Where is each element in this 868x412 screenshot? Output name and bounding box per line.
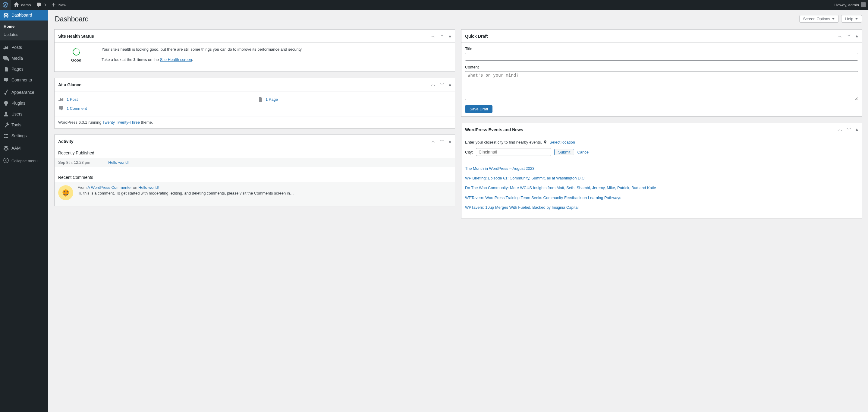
news-item-link[interactable]: Do The Woo Community: More WCUS Insights… bbox=[465, 185, 858, 190]
plugin-icon bbox=[3, 100, 9, 106]
svg-point-0 bbox=[4, 158, 8, 163]
toggle-icon[interactable]: ▴ bbox=[856, 126, 858, 133]
my-account-menu[interactable]: Howdy, admin bbox=[832, 0, 868, 10]
events-news-widget: WordPress Events and News ︿ ﹀ ▴ Enter yo… bbox=[461, 123, 862, 218]
widget-title: WordPress Events and News bbox=[465, 127, 523, 132]
sidebar-item-media[interactable]: Media bbox=[0, 53, 48, 64]
news-item-link[interactable]: WP Briefing: Episode 61: Community, Summ… bbox=[465, 176, 858, 181]
sidebar-label: Pages bbox=[11, 67, 24, 71]
submenu-updates[interactable]: Updates bbox=[0, 30, 48, 39]
theme-link[interactable]: Twenty Twenty-Three bbox=[102, 120, 140, 124]
collapse-icon bbox=[3, 157, 9, 165]
submit-city-button[interactable]: Submit bbox=[554, 149, 574, 155]
draft-title-input[interactable] bbox=[465, 53, 858, 61]
screen-options-button[interactable]: Screen Options bbox=[799, 15, 839, 23]
sidebar-item-comments[interactable]: Comments bbox=[0, 75, 48, 85]
move-up-icon[interactable]: ︿ bbox=[838, 33, 842, 39]
save-draft-button[interactable]: Save Draft bbox=[465, 105, 493, 113]
toggle-icon[interactable]: ▴ bbox=[856, 33, 858, 39]
sidebar-item-settings[interactable]: Settings bbox=[0, 130, 48, 141]
comments-count-link[interactable]: 1 Comment bbox=[67, 106, 87, 111]
page-icon bbox=[3, 66, 9, 72]
wrench-icon bbox=[3, 122, 9, 128]
events-help-text: Enter your closest city to find nearby e… bbox=[465, 140, 858, 145]
wordpress-logo-icon bbox=[2, 2, 8, 8]
pin-icon bbox=[3, 45, 9, 50]
city-label: City: bbox=[465, 150, 473, 154]
news-item-link[interactable]: WPTavern: 10up Merges With Fueled, Backe… bbox=[465, 205, 858, 210]
dashboard-icon bbox=[3, 12, 9, 18]
svg-point-2 bbox=[64, 191, 65, 193]
select-location-link[interactable]: Select location bbox=[550, 140, 575, 145]
sidebar-item-users[interactable]: Users bbox=[0, 109, 48, 119]
sidebar-item-dashboard[interactable]: Dashboard bbox=[0, 10, 48, 21]
page-title: Dashboard bbox=[55, 12, 89, 24]
move-down-icon[interactable]: ﹀ bbox=[440, 82, 444, 88]
move-up-icon[interactable]: ︿ bbox=[431, 138, 435, 145]
pin-icon bbox=[58, 96, 64, 102]
sidebar-item-aam[interactable]: AAM bbox=[0, 143, 48, 153]
collapse-menu-button[interactable]: Collapse menu bbox=[0, 155, 48, 167]
avatar bbox=[861, 2, 866, 7]
sidebar-label: Settings bbox=[11, 133, 27, 138]
sidebar-item-posts[interactable]: Posts bbox=[0, 42, 48, 53]
sidebar-label: Comments bbox=[11, 78, 32, 82]
health-status-label: Good bbox=[58, 58, 94, 62]
chevron-down-icon bbox=[855, 18, 858, 20]
comment-author-link[interactable]: A WordPress Commenter bbox=[87, 185, 132, 190]
chevron-down-icon bbox=[832, 18, 835, 20]
cancel-city-link[interactable]: Cancel bbox=[577, 150, 589, 154]
move-down-icon[interactable]: ﹀ bbox=[440, 138, 444, 145]
toggle-icon[interactable]: ▴ bbox=[449, 33, 451, 39]
sidebar-label: Appearance bbox=[11, 90, 34, 95]
move-down-icon[interactable]: ﹀ bbox=[846, 126, 851, 133]
sidebar-label: AAM bbox=[11, 146, 21, 150]
health-cta: Take a look at the 3 items on the Site H… bbox=[101, 57, 303, 63]
city-input[interactable] bbox=[476, 148, 551, 156]
sidebar-label: Dashboard bbox=[11, 13, 32, 18]
published-post-link[interactable]: Hello world! bbox=[108, 160, 129, 165]
sidebar-label: Plugins bbox=[11, 101, 25, 106]
aam-icon bbox=[3, 145, 9, 151]
health-description: Your site's health is looking good, but … bbox=[101, 47, 303, 53]
toggle-icon[interactable]: ▴ bbox=[449, 138, 451, 145]
comment-post-link[interactable]: Hello world! bbox=[138, 185, 159, 190]
sidebar-item-tools[interactable]: Tools bbox=[0, 119, 48, 130]
home-icon bbox=[13, 2, 19, 8]
site-name-menu[interactable]: demo bbox=[11, 0, 33, 10]
new-label: New bbox=[59, 3, 66, 7]
new-content-menu[interactable]: New bbox=[48, 0, 69, 10]
published-post-row: Sep 8th, 12:23 pm Hello world! bbox=[55, 158, 455, 167]
wp-logo-menu[interactable] bbox=[0, 0, 11, 10]
move-up-icon[interactable]: ︿ bbox=[431, 82, 435, 88]
move-up-icon[interactable]: ︿ bbox=[838, 126, 842, 133]
page-icon bbox=[257, 96, 263, 102]
wp-version-info: WordPress 6.3.1 running Twenty Twenty-Th… bbox=[55, 116, 455, 128]
sidebar-label: Users bbox=[11, 112, 23, 116]
media-icon bbox=[3, 55, 9, 61]
plus-icon bbox=[51, 2, 57, 8]
site-health-link[interactable]: Site Health screen bbox=[160, 57, 192, 62]
health-status-circle-icon bbox=[71, 47, 82, 57]
user-icon bbox=[3, 111, 9, 117]
posts-count-link[interactable]: 1 Post bbox=[67, 97, 78, 101]
move-down-icon[interactable]: ﹀ bbox=[440, 33, 444, 39]
draft-content-input[interactable] bbox=[465, 71, 858, 100]
sidebar-item-appearance[interactable]: Appearance bbox=[0, 87, 48, 98]
help-button[interactable]: Help bbox=[841, 15, 862, 23]
comments-count: 0 bbox=[44, 3, 46, 7]
submenu-home[interactable]: Home bbox=[0, 22, 48, 30]
toggle-icon[interactable]: ▴ bbox=[449, 82, 451, 88]
activity-widget: Activity ︿ ﹀ ▴ Recently Published Sep 8t… bbox=[54, 135, 455, 206]
recent-comments-heading: Recent Comments bbox=[55, 173, 455, 182]
quick-draft-widget: Quick Draft ︿ ﹀ ▴ Title Cont bbox=[461, 29, 862, 117]
pages-count-link[interactable]: 1 Page bbox=[266, 97, 278, 101]
move-down-icon[interactable]: ﹀ bbox=[846, 33, 851, 39]
sidebar-item-pages[interactable]: Pages bbox=[0, 64, 48, 75]
widget-title: Quick Draft bbox=[465, 34, 488, 39]
news-item-link[interactable]: WPTavern: WordPress Training Team Seeks … bbox=[465, 195, 858, 201]
move-up-icon[interactable]: ︿ bbox=[431, 33, 435, 39]
sidebar-item-plugins[interactable]: Plugins bbox=[0, 98, 48, 109]
news-item-link[interactable]: The Month in WordPress – August 2023 bbox=[465, 166, 858, 171]
comments-menu[interactable]: 0 bbox=[33, 0, 48, 10]
